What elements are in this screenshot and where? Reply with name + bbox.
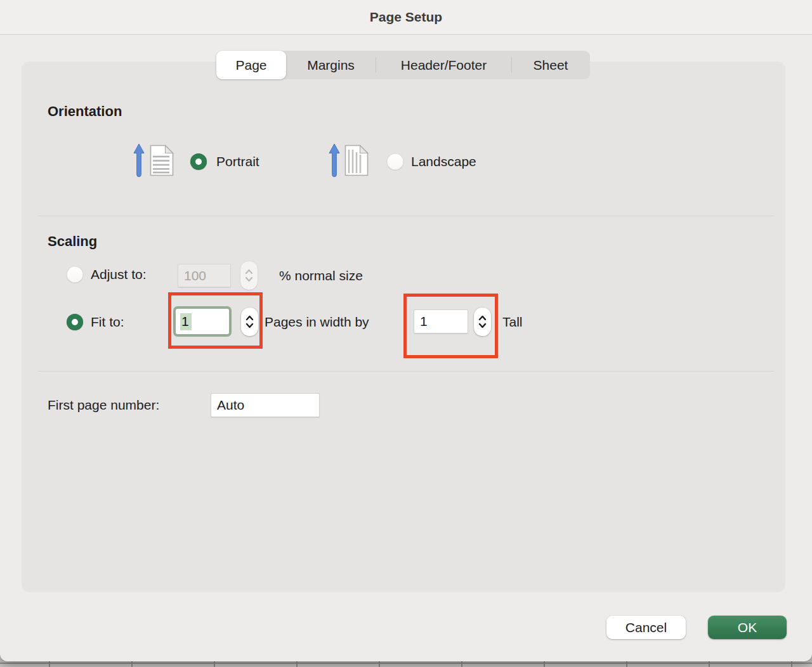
tab-page-label: Page xyxy=(235,58,266,73)
chevron-down-icon[interactable] xyxy=(245,276,253,282)
cancel-button-label: Cancel xyxy=(625,620,667,635)
tab-header-footer-label: Header/Footer xyxy=(401,58,487,73)
fit-to-radio[interactable] xyxy=(67,314,83,330)
portrait-label: Portrait xyxy=(216,153,259,170)
up-arrow-icon xyxy=(328,143,341,181)
chevron-down-icon[interactable] xyxy=(246,323,254,328)
cancel-button[interactable]: Cancel xyxy=(606,616,686,639)
orientation-heading: Orientation xyxy=(48,103,122,120)
dialog-title: Page Setup xyxy=(370,10,442,25)
landscape-label: Landscape xyxy=(411,153,476,170)
section-divider xyxy=(38,216,774,216)
fit-width-stepper[interactable] xyxy=(241,308,258,336)
fit-width-value: 1 xyxy=(180,313,192,330)
tab-sheet[interactable]: Sheet xyxy=(512,51,589,79)
ok-button-label: OK xyxy=(738,620,757,635)
tab-sheet-label: Sheet xyxy=(534,58,568,73)
adjust-percent-input[interactable] xyxy=(178,264,231,287)
section-divider xyxy=(38,371,774,372)
first-page-number-label: First page number: xyxy=(48,397,159,413)
fit-width-input[interactable]: 1 xyxy=(173,306,232,337)
dialog-titlebar: Page Setup xyxy=(0,0,812,35)
tab-bar: Page Margins Header/Footer Sheet xyxy=(216,51,590,79)
page-setup-dialog: Page Setup Page Margins Header/Footer Sh… xyxy=(0,0,812,661)
adjust-percent-suffix: % normal size xyxy=(279,268,363,284)
tab-margins-label: Margins xyxy=(307,58,355,73)
chevron-up-icon[interactable] xyxy=(246,315,254,321)
fit-tall-suffix: Tall xyxy=(502,314,523,330)
portrait-radio[interactable] xyxy=(190,153,207,170)
page-tab-panel xyxy=(22,62,785,592)
chevron-up-icon[interactable] xyxy=(478,315,487,321)
up-arrow-icon xyxy=(133,143,145,181)
spreadsheet-gridline xyxy=(0,663,812,664)
landscape-page-icon xyxy=(344,145,369,179)
ok-button[interactable]: OK xyxy=(708,616,787,639)
adjust-to-radio[interactable] xyxy=(67,266,83,283)
first-page-number-input[interactable] xyxy=(211,393,320,417)
fit-to-label: Fit to: xyxy=(91,314,124,330)
page-setup-screen: Page Setup Page Margins Header/Footer Sh… xyxy=(0,0,812,667)
fit-width-suffix: Pages in width by xyxy=(265,314,369,330)
chevron-down-icon[interactable] xyxy=(478,323,487,328)
fit-tall-input[interactable] xyxy=(414,309,468,334)
tab-margins[interactable]: Margins xyxy=(286,51,376,79)
adjust-to-label: Adjust to: xyxy=(91,266,147,283)
portrait-page-icon xyxy=(150,145,174,179)
tab-page[interactable]: Page xyxy=(216,51,286,79)
tab-header-footer[interactable]: Header/Footer xyxy=(376,51,511,79)
adjust-percent-stepper[interactable] xyxy=(240,261,258,290)
landscape-radio[interactable] xyxy=(387,153,403,170)
fit-tall-stepper[interactable] xyxy=(474,308,491,336)
chevron-up-icon[interactable] xyxy=(245,269,253,275)
scaling-heading: Scaling xyxy=(48,233,97,250)
